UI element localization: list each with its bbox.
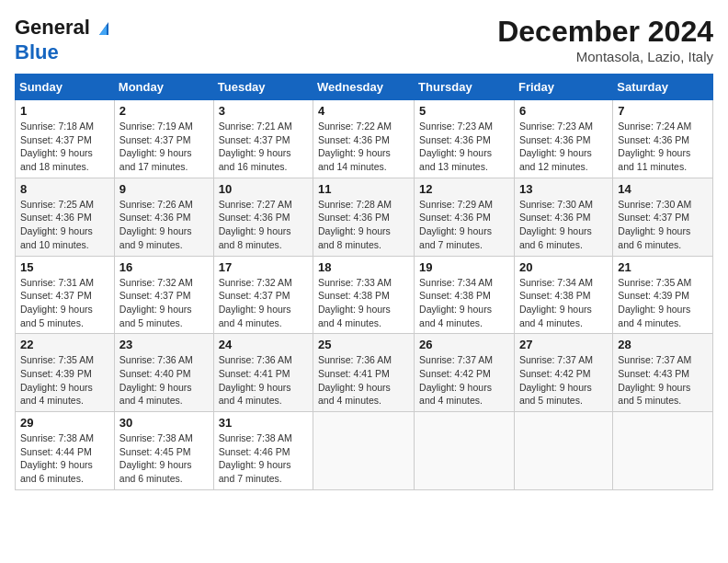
- calendar-cell: 31 Sunrise: 7:38 AM Sunset: 4:46 PM Dayl…: [213, 412, 313, 490]
- day-info: Sunrise: 7:35 AM Sunset: 4:39 PM Dayligh…: [20, 353, 109, 408]
- day-number: 4: [318, 104, 409, 118]
- day-info: Sunrise: 7:37 AM Sunset: 4:42 PM Dayligh…: [419, 353, 509, 408]
- day-info: Sunrise: 7:30 AM Sunset: 4:36 PM Dayligh…: [519, 198, 608, 252]
- calendar-cell: 22 Sunrise: 7:35 AM Sunset: 4:39 PM Dayl…: [16, 334, 115, 412]
- calendar-cell: 19 Sunrise: 7:34 AM Sunset: 4:38 PM Dayl…: [415, 256, 515, 334]
- title-section: December 2024 Montasola, Lazio, Italy: [497, 15, 713, 64]
- calendar-cell: 6 Sunrise: 7:23 AM Sunset: 4:36 PM Dayli…: [514, 100, 612, 178]
- calendar-week-row: 22 Sunrise: 7:35 AM Sunset: 4:39 PM Dayl…: [16, 334, 713, 412]
- day-number: 21: [618, 260, 708, 274]
- day-number: 18: [318, 260, 409, 274]
- day-number: 11: [318, 182, 409, 196]
- page-header: General Blue December 2024 Montasola, La…: [15, 15, 713, 64]
- calendar-cell: 29 Sunrise: 7:38 AM Sunset: 4:44 PM Dayl…: [16, 412, 115, 490]
- day-number: 1: [20, 104, 109, 118]
- calendar-cell: 1 Sunrise: 7:18 AM Sunset: 4:37 PM Dayli…: [16, 100, 115, 178]
- day-info: Sunrise: 7:22 AM Sunset: 4:36 PM Dayligh…: [318, 120, 409, 174]
- day-number: 20: [519, 260, 608, 274]
- day-info: Sunrise: 7:31 AM Sunset: 4:37 PM Dayligh…: [20, 276, 109, 330]
- day-info: Sunrise: 7:35 AM Sunset: 4:39 PM Dayligh…: [618, 276, 708, 330]
- day-number: 28: [618, 338, 708, 351]
- day-info: Sunrise: 7:36 AM Sunset: 4:41 PM Dayligh…: [219, 353, 308, 408]
- month-title: December 2024: [497, 15, 713, 49]
- day-info: Sunrise: 7:38 AM Sunset: 4:46 PM Dayligh…: [219, 431, 308, 486]
- day-info: Sunrise: 7:21 AM Sunset: 4:37 PM Dayligh…: [219, 120, 308, 174]
- calendar-week-row: 1 Sunrise: 7:18 AM Sunset: 4:37 PM Dayli…: [16, 100, 713, 178]
- calendar-cell: [313, 412, 415, 490]
- calendar-cell: 25 Sunrise: 7:36 AM Sunset: 4:41 PM Dayl…: [313, 334, 415, 412]
- day-info: Sunrise: 7:37 AM Sunset: 4:42 PM Dayligh…: [519, 353, 608, 408]
- day-info: Sunrise: 7:25 AM Sunset: 4:36 PM Dayligh…: [20, 198, 109, 252]
- day-info: Sunrise: 7:37 AM Sunset: 4:43 PM Dayligh…: [618, 353, 708, 408]
- day-number: 17: [219, 260, 308, 274]
- calendar-header-row: SundayMondayTuesdayWednesdayThursdayFrid…: [16, 75, 713, 100]
- day-info: Sunrise: 7:36 AM Sunset: 4:41 PM Dayligh…: [318, 353, 409, 408]
- col-header-tuesday: Tuesday: [213, 75, 313, 100]
- calendar-cell: 4 Sunrise: 7:22 AM Sunset: 4:36 PM Dayli…: [313, 100, 415, 178]
- calendar-cell: 9 Sunrise: 7:26 AM Sunset: 4:36 PM Dayli…: [114, 178, 213, 256]
- location-subtitle: Montasola, Lazio, Italy: [497, 49, 713, 64]
- calendar-cell: 8 Sunrise: 7:25 AM Sunset: 4:36 PM Dayli…: [16, 178, 115, 256]
- day-number: 12: [419, 182, 509, 196]
- calendar-cell: 18 Sunrise: 7:33 AM Sunset: 4:38 PM Dayl…: [313, 256, 415, 334]
- day-number: 14: [618, 182, 708, 196]
- day-number: 9: [119, 182, 209, 196]
- col-header-thursday: Thursday: [415, 75, 515, 100]
- day-info: Sunrise: 7:19 AM Sunset: 4:37 PM Dayligh…: [119, 120, 209, 174]
- calendar-cell: 24 Sunrise: 7:36 AM Sunset: 4:41 PM Dayl…: [213, 334, 313, 412]
- calendar-cell: 23 Sunrise: 7:36 AM Sunset: 4:40 PM Dayl…: [114, 334, 213, 412]
- day-number: 30: [119, 416, 209, 430]
- calendar-table: SundayMondayTuesdayWednesdayThursdayFrid…: [15, 74, 713, 490]
- calendar-cell: 28 Sunrise: 7:37 AM Sunset: 4:43 PM Dayl…: [613, 334, 713, 412]
- logo: General Blue: [15, 15, 116, 64]
- calendar-week-row: 8 Sunrise: 7:25 AM Sunset: 4:36 PM Dayli…: [16, 178, 713, 256]
- day-info: Sunrise: 7:32 AM Sunset: 4:37 PM Dayligh…: [219, 276, 308, 330]
- col-header-monday: Monday: [114, 75, 213, 100]
- day-info: Sunrise: 7:34 AM Sunset: 4:38 PM Dayligh…: [419, 276, 509, 330]
- calendar-cell: 13 Sunrise: 7:30 AM Sunset: 4:36 PM Dayl…: [514, 178, 612, 256]
- day-number: 22: [20, 338, 109, 351]
- day-number: 13: [519, 182, 608, 196]
- calendar-cell: 20 Sunrise: 7:34 AM Sunset: 4:38 PM Dayl…: [514, 256, 612, 334]
- day-number: 19: [419, 260, 509, 274]
- col-header-sunday: Sunday: [16, 75, 115, 100]
- day-info: Sunrise: 7:29 AM Sunset: 4:36 PM Dayligh…: [419, 198, 509, 252]
- calendar-week-row: 29 Sunrise: 7:38 AM Sunset: 4:44 PM Dayl…: [16, 412, 713, 490]
- day-number: 27: [519, 338, 608, 351]
- logo-general-text: General: [15, 16, 90, 40]
- day-number: 10: [219, 182, 308, 196]
- day-info: Sunrise: 7:36 AM Sunset: 4:40 PM Dayligh…: [119, 353, 209, 408]
- day-number: 2: [119, 104, 209, 118]
- calendar-cell: 30 Sunrise: 7:38 AM Sunset: 4:45 PM Dayl…: [114, 412, 213, 490]
- day-number: 7: [618, 104, 708, 118]
- day-number: 25: [318, 338, 409, 351]
- calendar-cell: [415, 412, 515, 490]
- calendar-cell: 21 Sunrise: 7:35 AM Sunset: 4:39 PM Dayl…: [613, 256, 713, 334]
- calendar-cell: 2 Sunrise: 7:19 AM Sunset: 4:37 PM Dayli…: [114, 100, 213, 178]
- calendar-cell: 11 Sunrise: 7:28 AM Sunset: 4:36 PM Dayl…: [313, 178, 415, 256]
- day-info: Sunrise: 7:33 AM Sunset: 4:38 PM Dayligh…: [318, 276, 409, 330]
- day-number: 31: [219, 416, 308, 430]
- day-number: 23: [119, 338, 209, 351]
- calendar-cell: 16 Sunrise: 7:32 AM Sunset: 4:37 PM Dayl…: [114, 256, 213, 334]
- logo-triangle-icon: [96, 17, 116, 40]
- calendar-cell: 27 Sunrise: 7:37 AM Sunset: 4:42 PM Dayl…: [514, 334, 612, 412]
- day-number: 3: [219, 104, 308, 118]
- calendar-cell: 17 Sunrise: 7:32 AM Sunset: 4:37 PM Dayl…: [213, 256, 313, 334]
- day-number: 15: [20, 260, 109, 274]
- calendar-cell: 12 Sunrise: 7:29 AM Sunset: 4:36 PM Dayl…: [415, 178, 515, 256]
- day-info: Sunrise: 7:32 AM Sunset: 4:37 PM Dayligh…: [119, 276, 209, 330]
- day-number: 26: [419, 338, 509, 351]
- calendar-cell: 14 Sunrise: 7:30 AM Sunset: 4:37 PM Dayl…: [613, 178, 713, 256]
- day-info: Sunrise: 7:24 AM Sunset: 4:36 PM Dayligh…: [618, 120, 708, 174]
- day-info: Sunrise: 7:38 AM Sunset: 4:45 PM Dayligh…: [119, 431, 209, 486]
- day-info: Sunrise: 7:27 AM Sunset: 4:36 PM Dayligh…: [219, 198, 308, 252]
- calendar-cell: 10 Sunrise: 7:27 AM Sunset: 4:36 PM Dayl…: [213, 178, 313, 256]
- calendar-cell: 15 Sunrise: 7:31 AM Sunset: 4:37 PM Dayl…: [16, 256, 115, 334]
- day-number: 8: [20, 182, 109, 196]
- calendar-week-row: 15 Sunrise: 7:31 AM Sunset: 4:37 PM Dayl…: [16, 256, 713, 334]
- logo-blue-text: Blue: [15, 40, 59, 63]
- day-number: 29: [20, 416, 109, 430]
- col-header-friday: Friday: [514, 75, 612, 100]
- day-info: Sunrise: 7:28 AM Sunset: 4:36 PM Dayligh…: [318, 198, 409, 252]
